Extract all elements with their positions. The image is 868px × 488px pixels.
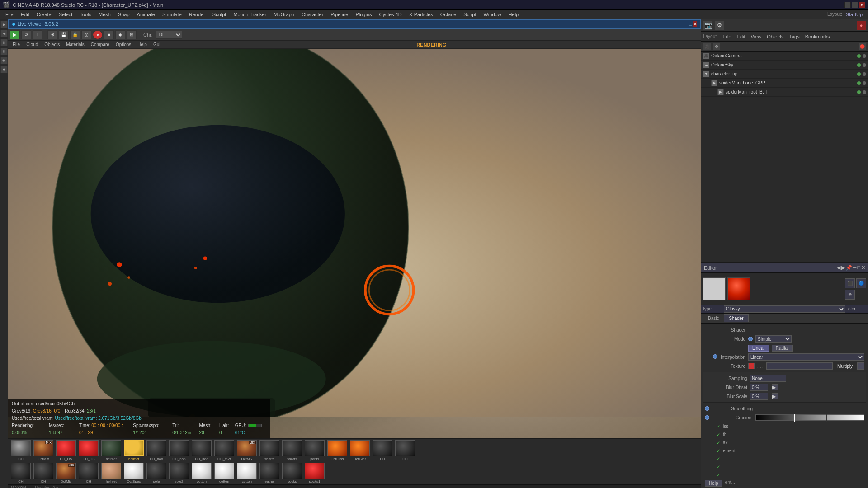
editor-maximize[interactable]: □ (857, 265, 860, 271)
obj-tb-icon-1[interactable]: 🎥 (703, 42, 711, 51)
diamond-btn[interactable]: ◆ (115, 30, 125, 39)
mat-r2-octspec[interactable]: OctSpec (123, 463, 145, 483)
sidebar-tool-2[interactable]: ◀ (0, 30, 8, 37)
obj-octane-sky[interactable]: ☁ OctaneSky (701, 61, 868, 70)
target-btn[interactable]: ◎ (81, 30, 91, 39)
texture-extra-btn[interactable] (857, 362, 864, 370)
linear-button[interactable]: Linear (748, 345, 769, 352)
mat-r2-sole[interactable]: sole (146, 463, 167, 483)
minimize-button[interactable]: ─ (844, 2, 851, 8)
interpolation-select[interactable]: Linear None (748, 353, 864, 361)
save-btn[interactable]: 💾 (59, 30, 69, 39)
help-button[interactable]: Help (705, 480, 722, 487)
tag-objects[interactable]: Objects (767, 34, 783, 39)
obj-octane-camera[interactable]: 🎥 OctaneCamera (701, 52, 868, 61)
menu-file[interactable]: File (2, 11, 17, 18)
mat-octmix-2[interactable]: MIX OctMix (236, 440, 258, 461)
refresh-btn[interactable]: ↺ (21, 30, 31, 39)
menu-mesh[interactable]: Mesh (95, 11, 114, 18)
menu-motion-tracker[interactable]: Motion Tracker (230, 11, 270, 18)
mat-r2-socks[interactable]: socks (281, 463, 303, 483)
viewer-close[interactable]: ✕ (693, 21, 697, 27)
mat-octglos-1[interactable]: OctGlos (326, 440, 348, 461)
vmenu-options[interactable]: Options (113, 42, 134, 47)
mat-shorts-2[interactable]: shorts (281, 440, 303, 461)
maximize-button[interactable]: □ (852, 2, 858, 8)
rt-icon-settings[interactable]: ⚙ (714, 20, 724, 30)
mat-r2-socks1[interactable]: socks1 (304, 463, 326, 483)
layout-selector[interactable]: StartUp (842, 11, 866, 18)
menu-octane[interactable]: Octane (437, 11, 460, 18)
circle-btn[interactable]: ● (93, 30, 103, 39)
mat-ch-end1[interactable]: CH (372, 440, 393, 461)
vmenu-help[interactable]: Help (135, 42, 150, 47)
mat-helmet-1[interactable]: helmet (100, 440, 122, 461)
menu-sculpt[interactable]: Sculpt (209, 11, 230, 18)
menu-animate[interactable]: Animate (133, 11, 159, 18)
mat-helmet-selected[interactable]: helmet (123, 440, 145, 461)
sampling-input[interactable] (750, 375, 786, 382)
menu-simulate[interactable]: Simulate (159, 11, 185, 18)
gradient-marker-2[interactable] (826, 414, 827, 422)
viewer-maximize[interactable]: □ (689, 21, 692, 27)
blur-scale-input[interactable] (750, 393, 768, 400)
obj-character-up[interactable]: ▼ character_up (701, 70, 868, 79)
mat-ch-end2[interactable]: CH (394, 440, 416, 461)
smoothing-radio[interactable] (705, 406, 709, 411)
mat-octmix-1[interactable]: MIX OctMix (33, 440, 54, 461)
rt-icon-camera[interactable]: 📷 (703, 20, 713, 30)
vmenu-cloud[interactable]: Cloud (24, 42, 41, 47)
texture-field[interactable] (766, 362, 833, 370)
tag-view[interactable]: View (751, 34, 762, 39)
view-icon-2[interactable]: 🔵 (856, 278, 866, 288)
view-icon-3[interactable]: ⊕ (845, 290, 855, 300)
lock-btn[interactable]: 🔒 (70, 30, 80, 39)
grid-btn[interactable]: ⊞ (127, 30, 137, 39)
mat-r2-cotton-3[interactable]: cotton (236, 463, 258, 483)
start-render-btn[interactable]: ▶ (10, 30, 20, 39)
gradient-bar[interactable] (755, 414, 864, 421)
sidebar-tool-3[interactable]: ⬆ (0, 39, 8, 46)
menu-mograph[interactable]: MoGraph (270, 11, 298, 18)
mat-shorts-1[interactable]: shorts (259, 440, 280, 461)
vmenu-compare[interactable]: Compare (88, 42, 112, 47)
tab-basic[interactable]: Basic (703, 314, 724, 322)
blur-scale-arrow[interactable]: ▶ (772, 393, 778, 399)
menu-tools[interactable]: Tools (76, 11, 95, 18)
mat-r2-cotton-1[interactable]: cotton (191, 463, 212, 483)
gradient-marker-1[interactable] (794, 414, 795, 422)
menu-pipeline[interactable]: Pipeline (327, 11, 352, 18)
tag-edit[interactable]: Edit (737, 34, 745, 39)
vmenu-gui[interactable]: Gui (151, 42, 163, 47)
editor-pin[interactable]: 📌 (846, 265, 852, 271)
rt-icon-close[interactable]: ● (856, 20, 866, 30)
pause-btn[interactable]: ⏸ (33, 30, 42, 39)
mat-ch-m2r[interactable]: CH_m2r (213, 440, 235, 461)
menu-render[interactable]: Render (185, 11, 209, 18)
sidebar-tool-1[interactable]: ▶ (0, 21, 8, 28)
mat-r2-ch-2[interactable]: CH (33, 463, 54, 483)
close-button[interactable]: ✕ (859, 2, 865, 8)
editor-nav-left[interactable]: ◀ (837, 265, 840, 271)
obj-tb-icon-3[interactable]: 🔴 (858, 42, 866, 51)
tag-file[interactable]: File (723, 34, 731, 39)
blur-offset-input[interactable] (750, 384, 768, 391)
mat-ch-hoo-2[interactable]: CH_hoo (191, 440, 212, 461)
view-icon-1[interactable]: ⬛ (845, 278, 855, 288)
mat-ch-hoo-1[interactable]: CH_hoo (146, 440, 167, 461)
mat-r2-ch-1[interactable]: CH (10, 463, 32, 483)
sidebar-tool-5[interactable]: ✚ (0, 57, 8, 64)
editor-close[interactable]: ✕ (861, 265, 865, 271)
mat-r2-helmet[interactable]: helmet (100, 463, 122, 483)
obj-tb-icon-2[interactable]: ⚙ (712, 42, 721, 51)
type-select[interactable]: Glossy Diffuse (724, 305, 845, 313)
mat-pants[interactable]: pants (304, 440, 326, 461)
sidebar-tool-4[interactable]: ⬇ (0, 48, 8, 55)
mat-ch-1[interactable]: CH (10, 440, 32, 461)
gradient-radio[interactable] (705, 415, 709, 420)
editor-nav-right[interactable]: ▶ (841, 265, 845, 271)
menu-edit[interactable]: Edit (17, 11, 33, 18)
vmenu-materials[interactable]: Materials (63, 42, 87, 47)
menu-select[interactable]: Select (55, 11, 76, 18)
mat-r2-leather[interactable]: leather (259, 463, 280, 483)
